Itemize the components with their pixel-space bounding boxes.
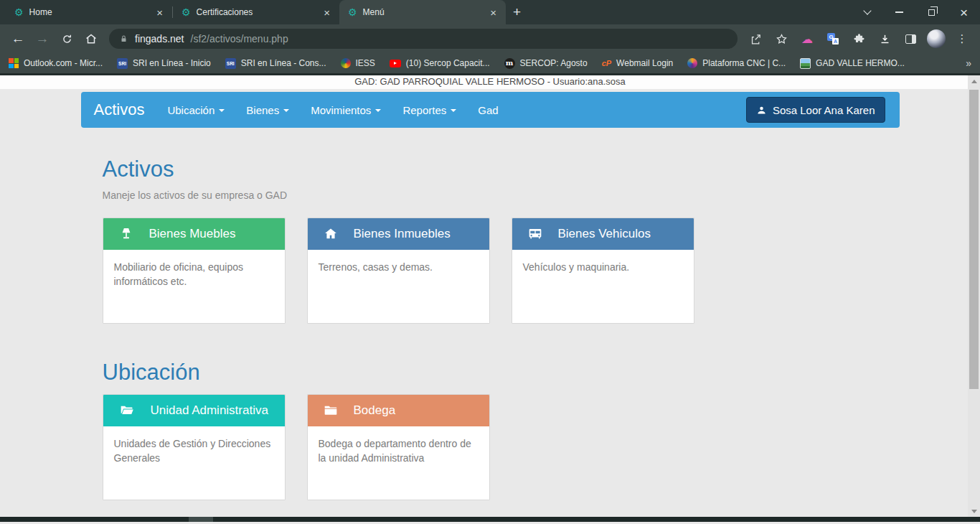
sercop-icon: m <box>504 58 515 69</box>
card-bienes-muebles[interactable]: Bienes Muebles Mobiliario de oficina, eq… <box>103 217 286 324</box>
tab-certificaciones[interactable]: ⚙ Certificaciones × <box>173 0 339 24</box>
forward-button[interactable]: → <box>32 28 53 50</box>
back-button[interactable]: ← <box>7 28 29 50</box>
sri-icon: SRI <box>117 58 128 69</box>
bookmark-label: SERCOP: Agosto <box>520 58 588 68</box>
bookmark-gad-valle[interactable]: GAD VALLE HERMO... <box>800 58 905 69</box>
card-header: Bodega <box>308 395 489 426</box>
card-title: Bodega <box>354 403 396 418</box>
section-title-ubicacion: Ubicación <box>103 360 878 385</box>
card-description: Terrenos, casas y demas. <box>308 250 489 284</box>
bookmark-star-button[interactable] <box>771 28 792 50</box>
scroll-up-arrow[interactable] <box>968 75 980 87</box>
browser-menu-button[interactable]: ⋮ <box>951 28 973 50</box>
window-controls: × <box>851 0 980 24</box>
address-bar[interactable]: fingads.net/sf2/activos/menu.php <box>109 29 738 49</box>
bookmark-iess[interactable]: IESS <box>341 58 375 68</box>
restore-icon <box>928 9 935 16</box>
user-button-label: Sosa Loor Ana Karen <box>773 104 875 116</box>
extension-cloud-icon[interactable]: ☁ <box>796 28 818 50</box>
browser-toolbar: ← → fingads.net/sf2/activos/menu.php ☁ G… <box>0 24 980 53</box>
tab-title: Certificaciones <box>197 7 315 17</box>
minimize-icon <box>895 11 903 13</box>
cnc-icon <box>687 58 697 68</box>
bookmark-sri-inicio[interactable]: SRI SRI en Línea - Inicio <box>117 58 211 69</box>
bus-icon <box>528 227 542 241</box>
nav-item-gad[interactable]: Gad <box>467 92 509 128</box>
scrollbar-thumb[interactable] <box>969 90 979 389</box>
cpanel-icon: cP <box>602 59 611 67</box>
share-button[interactable] <box>745 28 766 50</box>
bookmark-label: Outlook.com - Micr... <box>24 58 103 68</box>
side-panel-icon <box>905 34 916 44</box>
url-host: fingads.net <box>135 33 184 45</box>
tab-menu-active[interactable]: ⚙ Menú × <box>339 0 506 24</box>
bookmark-plataforma-cnc[interactable]: Plataforma CNC | C... <box>687 58 786 68</box>
card-description: Bodega o departamento dentro de la unida… <box>308 426 489 476</box>
bookmark-label: SRI en Línea - Inicio <box>133 58 211 68</box>
bookmark-webmail[interactable]: cP Webmail Login <box>602 58 674 68</box>
nav-item-movimientos[interactable]: Movimientos <box>300 92 392 128</box>
close-window-button[interactable]: × <box>948 0 980 24</box>
card-header: Bienes Muebles <box>103 218 285 250</box>
nav-item-bienes[interactable]: Bienes <box>235 92 300 128</box>
nav-item-ubicacion[interactable]: Ubicación <box>156 92 235 128</box>
bookmark-sercop-youtube[interactable]: (10) Sercop Capacit... <box>390 58 490 68</box>
restore-button[interactable] <box>915 0 948 24</box>
iess-icon <box>341 58 351 68</box>
download-icon <box>879 33 891 45</box>
minimize-button[interactable] <box>883 0 915 24</box>
profile-avatar[interactable] <box>925 28 947 50</box>
share-icon <box>750 33 762 45</box>
tab-close-icon[interactable]: × <box>486 6 500 19</box>
gad-emblem-icon <box>800 58 811 69</box>
bookmark-label: Webmail Login <box>616 58 673 68</box>
bookmarks-overflow-chevron[interactable]: » <box>966 57 971 69</box>
card-header: Bienes Vehiculos <box>512 218 694 250</box>
card-bodega[interactable]: Bodega Bodega o departamento dentro de l… <box>307 394 490 500</box>
card-unidad-administrativa[interactable]: Unidad Administrativa Unidades de Gestió… <box>103 394 286 500</box>
card-bienes-inmuebles[interactable]: Bienes Inmuebles Terrenos, casas y demas… <box>307 217 490 324</box>
section-subtitle: Maneje los activos de su empresa o GAD <box>103 190 878 201</box>
nav-item-label: Ubicación <box>167 104 215 116</box>
card-title: Bienes Muebles <box>149 227 236 241</box>
side-panel-button[interactable] <box>900 28 921 50</box>
home-button[interactable] <box>80 28 102 50</box>
person-icon <box>756 105 767 116</box>
tab-close-icon[interactable]: × <box>153 6 166 19</box>
card-description: Mobiliario de oficina, equipos informáti… <box>103 250 285 299</box>
bookmark-sri-consultas[interactable]: SRI SRI en Línea - Cons... <box>225 58 326 69</box>
url-path: /sf2/activos/menu.php <box>191 33 288 45</box>
tab-search-button[interactable] <box>851 0 883 24</box>
new-tab-button[interactable]: + <box>513 4 521 20</box>
navbar-brand-activos[interactable]: Activos <box>81 100 157 119</box>
avatar <box>927 29 946 48</box>
folder-icon <box>324 403 338 418</box>
downloads-button[interactable] <box>874 28 895 50</box>
reload-button[interactable] <box>56 28 77 50</box>
puzzle-icon <box>853 33 865 45</box>
nav-item-label: Bienes <box>246 104 279 116</box>
bottom-bar-segment <box>189 517 213 522</box>
tab-home[interactable]: ⚙ Home × <box>6 0 172 24</box>
card-title: Unidad Administrativa <box>151 403 268 418</box>
extensions-button[interactable] <box>848 28 870 50</box>
translate-button[interactable]: GA <box>822 28 844 50</box>
nav-item-reportes[interactable]: Reportes <box>392 92 467 128</box>
page-scrollbar[interactable] <box>968 75 980 517</box>
card-bienes-vehiculos[interactable]: Bienes Vehiculos Vehículos y maquinaria. <box>512 217 694 324</box>
card-description: Unidades de Gestión y Direcciones Genera… <box>103 426 285 476</box>
cards-row-activos: Bienes Muebles Mobiliario de oficina, eq… <box>103 217 878 324</box>
bookmark-label: SRI en Línea - Cons... <box>241 58 326 68</box>
tab-close-icon[interactable]: × <box>320 6 334 19</box>
scroll-down-arrow[interactable] <box>968 505 980 517</box>
nav-item-label: Movimientos <box>311 104 371 116</box>
translate-icon: GA <box>827 33 839 45</box>
user-button[interactable]: Sosa Loor Ana Karen <box>746 97 885 123</box>
bookmark-label: (10) Sercop Capacit... <box>406 58 490 68</box>
home-icon <box>324 227 338 241</box>
microsoft-icon <box>9 58 19 68</box>
bookmark-sercop-agosto[interactable]: m SERCOP: Agosto <box>504 58 588 69</box>
sri-icon: SRI <box>225 58 236 69</box>
bookmark-outlook[interactable]: Outlook.com - Micr... <box>9 58 103 68</box>
